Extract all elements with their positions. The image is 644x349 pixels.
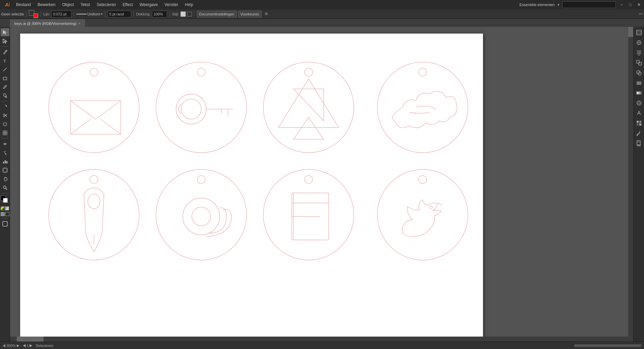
- voorkeuren-button[interactable]: Voorkeuren: [238, 11, 262, 17]
- svg-rect-13: [5, 133, 7, 135]
- toolbar-sep5: [133, 11, 134, 17]
- zoom-in-btn[interactable]: ▶: [17, 344, 19, 347]
- menu-selecteren[interactable]: Selecteren: [93, 0, 119, 9]
- svg-point-85: [638, 102, 640, 104]
- doc-settings-button[interactable]: Documentinstellingen: [197, 11, 237, 17]
- paint-bucket-tool[interactable]: [1, 92, 9, 100]
- rotate-tool[interactable]: [1, 103, 9, 111]
- selection-info: Selecteren: [36, 344, 53, 348]
- v-scroll-thumb[interactable]: [628, 27, 633, 37]
- svg-rect-77: [639, 62, 641, 65]
- grid-tool[interactable]: [1, 129, 9, 137]
- bird-star-icon: [376, 60, 470, 154]
- menu-help[interactable]: Help: [181, 0, 197, 9]
- svg-rect-83: [637, 92, 641, 94]
- warp-tool[interactable]: [1, 140, 9, 148]
- svg-point-54: [197, 176, 205, 184]
- page-number[interactable]: 1: [26, 344, 29, 348]
- stroke-type-selector[interactable]: Uniform ▾: [76, 12, 103, 16]
- zoom-level[interactable]: 300%: [6, 344, 16, 348]
- column-chart-tool[interactable]: [1, 157, 9, 165]
- panel-btn-swatch[interactable]: [635, 119, 643, 128]
- menu-effect[interactable]: Effect: [119, 0, 136, 9]
- no-paint-indicator[interactable]: [5, 206, 9, 210]
- svg-rect-30: [70, 101, 121, 134]
- color-mode-buttons: [1, 206, 9, 210]
- pencil-tool[interactable]: [1, 83, 9, 91]
- scissors-tool[interactable]: [1, 111, 9, 119]
- document-tab[interactable]: keys.ai @ 300% (RGB/Voorvertoning) ×: [10, 19, 85, 27]
- rect-tool[interactable]: [1, 74, 9, 82]
- panel-btn-brush[interactable]: [635, 129, 643, 138]
- maximize-button[interactable]: □: [627, 2, 633, 8]
- svg-point-47: [377, 62, 468, 153]
- extra-btn[interactable]: ⚙: [263, 11, 270, 17]
- next-page-btn[interactable]: ▶: [30, 343, 32, 348]
- svg-point-14: [4, 151, 4, 152]
- h-scroll-thumb[interactable]: [17, 337, 44, 342]
- dekking-input[interactable]: [152, 11, 167, 17]
- solid-paint-btn[interactable]: [1, 212, 5, 216]
- color-indicator[interactable]: [1, 196, 9, 204]
- panel-btn-2[interactable]: [635, 38, 643, 47]
- svg-point-55: [183, 198, 220, 235]
- svg-rect-76: [637, 60, 639, 63]
- symbol-sprayer-tool[interactable]: [1, 149, 9, 157]
- menu-venster[interactable]: Venster: [161, 0, 181, 9]
- menu-bar: Ai Bestand Bewerken Object Tekst Selecte…: [0, 0, 644, 9]
- main-area: T: [0, 27, 644, 342]
- menu-bestand[interactable]: Bestand: [13, 0, 34, 9]
- pen-tool[interactable]: [1, 48, 9, 56]
- change-screen-mode[interactable]: [1, 220, 9, 228]
- lijn-input[interactable]: [51, 11, 71, 17]
- search-input[interactable]: [562, 1, 616, 8]
- stroke-box: [34, 13, 38, 18]
- hand-tool[interactable]: [1, 175, 9, 183]
- line-tool[interactable]: [1, 65, 9, 73]
- stroke-paint-btn[interactable]: [5, 212, 9, 216]
- tab-close-button[interactable]: ×: [78, 21, 80, 25]
- panel-btn-appear[interactable]: [635, 99, 643, 107]
- panel-btn-color[interactable]: [635, 109, 643, 117]
- minimize-button[interactable]: –: [619, 2, 625, 8]
- svg-rect-12: [3, 133, 5, 135]
- progress-area: [574, 344, 641, 347]
- v-scrollbar[interactable]: [628, 27, 633, 342]
- key-icon: [154, 60, 248, 154]
- panel-btn-align[interactable]: [635, 48, 643, 57]
- svg-point-6: [3, 116, 5, 117]
- selection-tool[interactable]: [1, 28, 9, 36]
- svg-line-1: [3, 68, 7, 71]
- ellipse-tool[interactable]: [1, 120, 9, 128]
- panel-btn-stroke[interactable]: [635, 79, 643, 87]
- panel-btn-doc[interactable]: [635, 139, 643, 148]
- close-button[interactable]: ✕: [636, 2, 642, 8]
- type-tool[interactable]: T: [1, 57, 9, 65]
- size-input[interactable]: [108, 11, 131, 17]
- menu-bewerken[interactable]: Bewerken: [34, 0, 59, 9]
- prev-page-btn[interactable]: ◀: [23, 343, 25, 348]
- artboard-tool[interactable]: [1, 166, 9, 174]
- tool-sep4: [1, 193, 9, 193]
- zoom-out-btn[interactable]: ◀: [3, 344, 5, 347]
- zoom-tool[interactable]: [1, 184, 9, 192]
- menu-object[interactable]: Object: [59, 0, 77, 9]
- panel-btn-transform[interactable]: [635, 58, 643, 67]
- svg-point-51: [88, 194, 100, 209]
- svg-rect-18: [5, 160, 6, 163]
- gradient-indicator[interactable]: [1, 206, 5, 210]
- svg-point-65: [430, 206, 432, 209]
- panel-btn-gradient[interactable]: [635, 89, 643, 97]
- panel-btn-pathfinder[interactable]: [635, 68, 643, 77]
- svg-marker-46: [293, 117, 324, 139]
- h-scrollbar[interactable]: [10, 337, 628, 342]
- doc-tab-title: keys.ai @ 300% (RGB/Voorvertoning): [14, 21, 76, 26]
- panel-toggle[interactable]: >>: [639, 12, 643, 16]
- direct-selection-tool[interactable]: [1, 37, 9, 45]
- svg-line-33: [70, 119, 91, 134]
- tool-sep1: [1, 46, 9, 47]
- workspace-label[interactable]: Essentiële elementen: [520, 3, 555, 7]
- menu-weergave[interactable]: Weergave: [136, 0, 161, 9]
- panel-btn-1[interactable]: [635, 28, 643, 37]
- menu-tekst[interactable]: Tekst: [77, 0, 93, 9]
